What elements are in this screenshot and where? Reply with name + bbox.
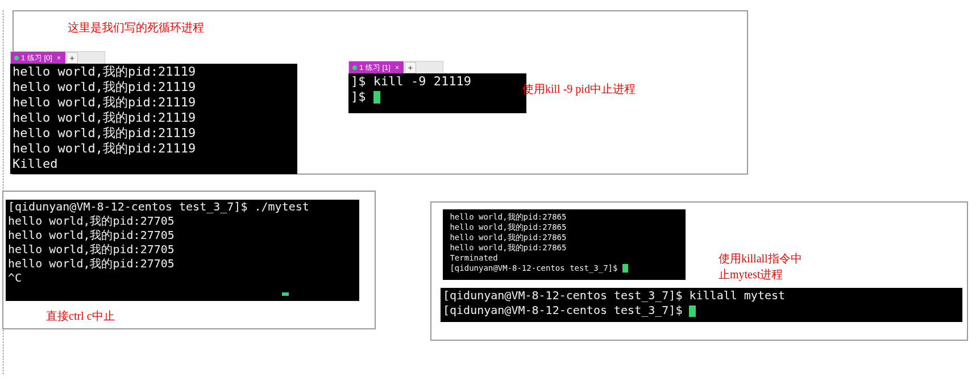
terminal-line: [qidunyan@VM-8-12-centos test_3_7]$ <box>443 303 689 317</box>
tab-bar-right: 1 练习 [1] × + <box>348 61 443 75</box>
terminal-ctrlc[interactable]: [qidunyan@VM-8-12-centos test_3_7]$ ./my… <box>6 200 359 301</box>
annotation-loop-process: 这里是我们写的死循环进程 <box>68 19 204 35</box>
panel-bottom-left: [qidunyan@VM-8-12-centos test_3_7]$ ./my… <box>2 191 376 329</box>
tab-label: 1 练习 [1] <box>359 63 391 73</box>
cursor-icon <box>689 306 696 317</box>
tab-bar-left: 1 练习 [0] × + <box>10 51 105 65</box>
terminal-text: hello world,我的pid:27865 hello world,我的pi… <box>445 212 622 273</box>
cursor-icon <box>282 292 289 296</box>
terminal-line: ]$ <box>351 89 373 104</box>
annotation-kill9: 使用kill -9 pid中止进程 <box>522 81 636 97</box>
terminal-loop-output[interactable]: hello world,我的pid:21119 hello world,我的pi… <box>10 64 297 174</box>
status-dot-icon <box>14 56 19 60</box>
status-dot-icon <box>352 65 357 70</box>
terminal-kill-command[interactable]: ]$ kill -9 21119 ]$ <box>348 73 526 113</box>
tab-add-button[interactable]: + <box>405 62 416 73</box>
tab-label: 1 练习 [0] <box>21 53 52 63</box>
tab-left[interactable]: 1 练习 [0] × <box>11 52 65 64</box>
cursor-icon <box>373 91 380 104</box>
tab-add-button[interactable]: + <box>67 52 78 64</box>
annotation-ctrlc: 直接ctrl c中止 <box>46 308 115 324</box>
panel-top: 这里是我们写的死循环进程 1 练习 [0] × + hello world,我的… <box>13 10 748 175</box>
panel-bottom-right: hello world,我的pid:27865 hello world,我的pi… <box>430 201 968 341</box>
cursor-icon <box>622 264 628 273</box>
close-icon[interactable]: × <box>57 54 61 62</box>
terminal-killall-output[interactable]: hello world,我的pid:27865 hello world,我的pi… <box>443 209 686 280</box>
annotation-killall: 使用killall指令中 止mytest进程 <box>719 250 802 282</box>
terminal-line: ]$ kill -9 21119 <box>351 74 471 88</box>
terminal-text: hello world,我的pid:21119 hello world,我的pi… <box>13 64 196 171</box>
terminal-killall-command[interactable]: [qidunyan@VM-8-12-centos test_3_7]$ kill… <box>441 288 962 322</box>
close-icon[interactable]: × <box>395 64 399 72</box>
terminal-line: [qidunyan@VM-8-12-centos test_3_7]$ kill… <box>443 288 785 302</box>
tab-right[interactable]: 1 练习 [1] × <box>349 61 404 74</box>
terminal-text: [qidunyan@VM-8-12-centos test_3_7]$ ./my… <box>8 200 309 284</box>
